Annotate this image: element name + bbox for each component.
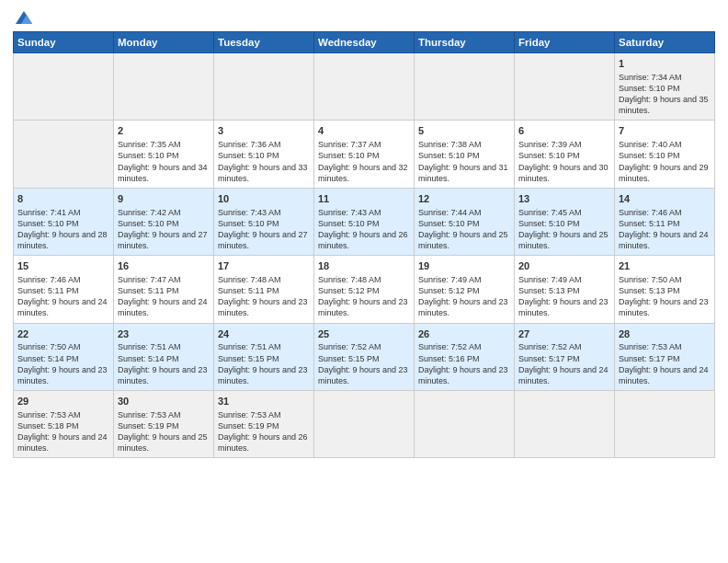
sunrise-text: Sunrise: 7:53 AM	[619, 341, 711, 352]
day-number: 29	[17, 395, 109, 408]
calendar-cell: 11Sunrise: 7:43 AMSunset: 5:10 PMDayligh…	[314, 188, 415, 255]
week-row-3: 15Sunrise: 7:46 AMSunset: 5:11 PMDayligh…	[14, 256, 715, 323]
calendar-cell	[314, 53, 415, 121]
calendar-cell: 4Sunrise: 7:37 AMSunset: 5:10 PMDaylight…	[314, 121, 415, 188]
daylight-text: Daylight: 9 hours and 24 minutes.	[619, 364, 711, 386]
sunrise-text: Sunrise: 7:51 AM	[218, 341, 310, 352]
daylight-text: Daylight: 9 hours and 23 minutes.	[418, 364, 510, 386]
sunset-text: Sunset: 5:10 PM	[418, 218, 510, 229]
daylight-text: Daylight: 9 hours and 24 minutes.	[17, 431, 109, 454]
daylight-text: Daylight: 9 hours and 30 minutes.	[518, 162, 610, 184]
sunset-text: Sunset: 5:11 PM	[118, 285, 210, 296]
daylight-text: Daylight: 9 hours and 28 minutes.	[17, 229, 109, 251]
sunrise-text: Sunrise: 7:53 AM	[17, 409, 109, 420]
calendar-cell: 25Sunrise: 7:52 AMSunset: 5:15 PMDayligh…	[314, 323, 415, 390]
calendar-cell: 29Sunrise: 7:53 AMSunset: 5:18 PMDayligh…	[14, 391, 114, 458]
day-number: 15	[17, 259, 109, 273]
logo	[13, 9, 35, 26]
header-thursday: Thursday	[415, 32, 515, 53]
calendar-cell: 14Sunrise: 7:46 AMSunset: 5:11 PMDayligh…	[615, 188, 715, 255]
sunset-text: Sunset: 5:10 PM	[218, 150, 310, 161]
header-row: SundayMondayTuesdayWednesdayThursdayFrid…	[14, 32, 715, 53]
calendar-cell: 15Sunrise: 7:46 AMSunset: 5:11 PMDayligh…	[14, 256, 114, 323]
sunrise-text: Sunrise: 7:51 AM	[118, 341, 210, 352]
sunrise-text: Sunrise: 7:52 AM	[418, 341, 510, 352]
sunrise-text: Sunrise: 7:48 AM	[318, 274, 410, 285]
sunrise-text: Sunrise: 7:39 AM	[518, 139, 610, 150]
calendar-cell: 23Sunrise: 7:51 AMSunset: 5:14 PMDayligh…	[114, 323, 214, 390]
daylight-text: Daylight: 9 hours and 23 minutes.	[619, 296, 711, 318]
day-number: 17	[218, 259, 310, 273]
header	[13, 9, 715, 26]
sunset-text: Sunset: 5:10 PM	[118, 150, 210, 161]
sunset-text: Sunset: 5:11 PM	[619, 218, 711, 229]
sunrise-text: Sunrise: 7:43 AM	[218, 207, 310, 218]
sunrise-text: Sunrise: 7:53 AM	[218, 409, 310, 420]
sunrise-text: Sunrise: 7:46 AM	[17, 274, 109, 285]
calendar-cell: 30Sunrise: 7:53 AMSunset: 5:19 PMDayligh…	[114, 391, 214, 458]
calendar-cell	[515, 53, 615, 121]
calendar-cell	[314, 391, 415, 458]
day-number: 23	[118, 327, 210, 341]
sunset-text: Sunset: 5:14 PM	[118, 353, 210, 364]
day-number: 10	[218, 192, 310, 206]
sunrise-text: Sunrise: 7:34 AM	[619, 72, 711, 83]
daylight-text: Daylight: 9 hours and 27 minutes.	[218, 229, 310, 251]
daylight-text: Daylight: 9 hours and 23 minutes.	[518, 296, 610, 318]
sunset-text: Sunset: 5:10 PM	[619, 83, 711, 94]
day-number: 21	[619, 259, 711, 273]
sunset-text: Sunset: 5:12 PM	[418, 285, 510, 296]
calendar-cell: 20Sunrise: 7:49 AMSunset: 5:13 PMDayligh…	[515, 256, 615, 323]
header-friday: Friday	[515, 32, 615, 53]
calendar-cell: 9Sunrise: 7:42 AMSunset: 5:10 PMDaylight…	[114, 188, 214, 255]
calendar-cell: 31Sunrise: 7:53 AMSunset: 5:19 PMDayligh…	[214, 391, 314, 458]
day-number: 27	[518, 327, 610, 341]
sunrise-text: Sunrise: 7:52 AM	[318, 341, 410, 352]
sunset-text: Sunset: 5:10 PM	[218, 218, 310, 229]
logo-icon	[14, 9, 34, 26]
daylight-text: Daylight: 9 hours and 24 minutes.	[118, 296, 210, 318]
header-monday: Monday	[114, 32, 214, 53]
sunset-text: Sunset: 5:11 PM	[218, 285, 310, 296]
calendar-cell: 2Sunrise: 7:35 AMSunset: 5:10 PMDaylight…	[114, 121, 214, 188]
day-number: 25	[318, 327, 410, 341]
sunrise-text: Sunrise: 7:49 AM	[418, 274, 510, 285]
calendar-cell: 3Sunrise: 7:36 AMSunset: 5:10 PMDaylight…	[214, 121, 314, 188]
daylight-text: Daylight: 9 hours and 23 minutes.	[17, 364, 109, 386]
daylight-text: Daylight: 9 hours and 32 minutes.	[318, 162, 410, 184]
calendar-table: SundayMondayTuesdayWednesdayThursdayFrid…	[13, 31, 715, 458]
daylight-text: Daylight: 9 hours and 25 minutes.	[418, 229, 510, 251]
sunset-text: Sunset: 5:17 PM	[518, 353, 610, 364]
day-number: 4	[318, 124, 410, 138]
daylight-text: Daylight: 9 hours and 27 minutes.	[118, 229, 210, 251]
sunset-text: Sunset: 5:10 PM	[418, 150, 510, 161]
sunset-text: Sunset: 5:14 PM	[17, 353, 109, 364]
sunrise-text: Sunrise: 7:38 AM	[418, 139, 510, 150]
sunrise-text: Sunrise: 7:53 AM	[118, 409, 210, 420]
sunset-text: Sunset: 5:12 PM	[318, 285, 410, 296]
daylight-text: Daylight: 9 hours and 23 minutes.	[218, 364, 310, 386]
sunset-text: Sunset: 5:10 PM	[518, 218, 610, 229]
sunset-text: Sunset: 5:15 PM	[218, 353, 310, 364]
sunset-text: Sunset: 5:10 PM	[619, 150, 711, 161]
daylight-text: Daylight: 9 hours and 23 minutes.	[318, 296, 410, 318]
calendar-cell: 10Sunrise: 7:43 AMSunset: 5:10 PMDayligh…	[214, 188, 314, 255]
day-number: 3	[218, 124, 310, 138]
daylight-text: Daylight: 9 hours and 25 minutes.	[518, 229, 610, 251]
header-wednesday: Wednesday	[314, 32, 415, 53]
sunrise-text: Sunrise: 7:50 AM	[17, 341, 109, 352]
sunrise-text: Sunrise: 7:42 AM	[118, 207, 210, 218]
day-number: 6	[518, 124, 610, 138]
calendar-cell: 21Sunrise: 7:50 AMSunset: 5:13 PMDayligh…	[615, 256, 715, 323]
daylight-text: Daylight: 9 hours and 25 minutes.	[118, 431, 210, 454]
calendar-cell	[214, 53, 314, 121]
calendar-cell	[415, 391, 515, 458]
calendar-cell: 27Sunrise: 7:52 AMSunset: 5:17 PMDayligh…	[515, 323, 615, 390]
sunset-text: Sunset: 5:11 PM	[17, 285, 109, 296]
calendar-cell: 18Sunrise: 7:48 AMSunset: 5:12 PMDayligh…	[314, 256, 415, 323]
header-sunday: Sunday	[14, 32, 114, 53]
week-row-4: 22Sunrise: 7:50 AMSunset: 5:14 PMDayligh…	[14, 323, 715, 390]
day-number: 12	[418, 192, 510, 206]
sunset-text: Sunset: 5:18 PM	[17, 420, 109, 431]
day-number: 2	[118, 124, 210, 138]
